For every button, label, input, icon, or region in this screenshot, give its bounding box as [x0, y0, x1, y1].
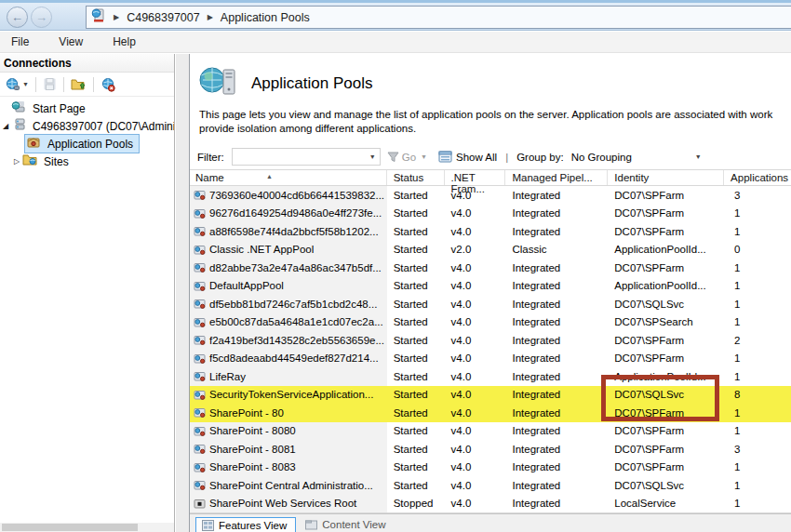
pool-name-cell: LifeRay	[190, 367, 387, 386]
table-row[interactable]: 7369360e40004cd6b66441539832...Startedv4…	[190, 186, 791, 205]
menu-view[interactable]: View	[55, 33, 87, 50]
breadcrumb-page[interactable]: Application Pools	[221, 11, 310, 24]
tab-features-view[interactable]: Features View	[195, 517, 296, 532]
filter-label: Filter:	[197, 152, 224, 163]
table-row[interactable]: DefaultAppPoolStartedv4.0IntegratedAppli…	[190, 277, 791, 296]
pool-name-cell: SharePoint - 8083	[190, 459, 387, 477]
pool-status-cell: Started	[387, 295, 445, 313]
column-header-net-framework[interactable]: .NET Fram...	[445, 170, 506, 185]
show-all-button[interactable]: Show All	[438, 151, 497, 163]
table-row[interactable]: SharePoint - 8080Startedv4.0IntegratedDC…	[190, 422, 791, 441]
page-title: Application Pools	[251, 74, 372, 93]
pool-identity-cell: DC07\SQLSvc	[608, 295, 724, 313]
app-pool-icon	[194, 479, 206, 491]
pool-name-cell: SharePoint - 8080	[190, 422, 387, 441]
pool-applications-cell: 1	[724, 205, 791, 223]
table-row[interactable]: f2a419bef3d143528c2eb5563659e...Startedv…	[190, 331, 791, 350]
pool-net-version-cell: v4.0	[445, 495, 506, 513]
pool-identity-cell: DC07\SPFarm	[608, 422, 724, 441]
pool-net-version-cell: v4.0	[445, 459, 506, 477]
tab-content-view[interactable]: Content View	[300, 517, 394, 532]
save-icon	[43, 77, 57, 91]
tree-collapsed-icon[interactable]: ▷	[11, 157, 22, 166]
menu-help[interactable]: Help	[109, 33, 140, 50]
tree-item-label: Sites	[41, 154, 72, 169]
table-row[interactable]: SharePoint - 8081Startedv4.0IntegratedDC…	[190, 440, 791, 459]
table-row[interactable]: SharePoint Central Administratio...Start…	[190, 476, 791, 495]
toolbar-separator	[35, 77, 36, 92]
column-header-name[interactable]: Name ▲	[190, 170, 387, 185]
scrollbar-thumb[interactable]	[2, 524, 138, 531]
view-tabs-bar: Features View Content View	[190, 513, 791, 532]
pool-name-cell: 96276d1649254d9486a0e4ff273fe...	[190, 205, 387, 223]
table-row[interactable]: e5b00c87da5a4648a1e1cd07ec2a...Startedv4…	[190, 313, 791, 332]
table-row[interactable]: f5cd8adeaabd44549edef827d214...Startedv4…	[190, 350, 791, 368]
pool-status-cell: Started	[387, 476, 445, 495]
pool-applications-cell: 8	[724, 386, 791, 405]
tree-item-server[interactable]: ◢ C4968397007 (DC07\Administ	[0, 117, 174, 135]
pool-net-version-cell: v4.0	[445, 259, 506, 277]
table-row[interactable]: SharePoint Web Services RootStoppedv4.0I…	[190, 495, 791, 513]
content-view-icon	[305, 519, 317, 530]
back-button[interactable]: ←	[7, 7, 28, 28]
pool-identity-cell: DC07\SPFarm	[608, 350, 724, 368]
tree-item-application-pools[interactable]: Application Pools	[0, 135, 174, 153]
pool-net-version-cell: v4.0	[445, 404, 506, 422]
pool-applications-cell: 3	[724, 440, 791, 459]
application-pools-icon	[26, 135, 41, 153]
pool-name-cell: DefaultAppPool	[190, 277, 387, 296]
pool-status-cell: Started	[387, 313, 445, 332]
pool-pipeline-cell: Integrated	[505, 186, 608, 205]
column-header-managed-pipeline[interactable]: Managed Pipel...	[505, 170, 608, 185]
column-header-identity[interactable]: Identity	[608, 170, 724, 185]
pool-applications-cell: 2	[724, 331, 791, 350]
breadcrumb-arrow-icon: ▶	[208, 13, 213, 21]
app-pool-icon	[194, 316, 206, 328]
filter-input[interactable]: ▼	[232, 148, 381, 166]
toolbar-separator	[93, 77, 94, 92]
breadcrumb-server[interactable]: C4968397007	[127, 11, 200, 24]
tree-item-sites[interactable]: ▷ Sites	[0, 153, 174, 170]
pool-pipeline-cell: Integrated	[505, 259, 608, 277]
pool-net-version-cell: v2.0	[445, 241, 506, 259]
go-button[interactable]: Go	[402, 152, 416, 163]
table-row[interactable]: SharePoint - 8083Startedv4.0IntegratedDC…	[190, 459, 791, 477]
column-header-status[interactable]: Status	[387, 170, 445, 185]
table-row[interactable]: Classic .NET AppPoolStartedv2.0ClassicAp…	[190, 241, 791, 259]
pool-pipeline-cell: Integrated	[505, 459, 608, 477]
save-connections-button[interactable]	[40, 75, 60, 93]
address-bar[interactable]: ▶ C4968397007 ▶ Application Pools	[86, 6, 791, 29]
group-by-dropdown[interactable]: No Grouping ▼	[571, 152, 702, 163]
disconnect-button[interactable]	[98, 75, 119, 94]
panel-splitter[interactable]	[176, 54, 189, 532]
menu-file[interactable]: File	[7, 33, 33, 50]
app-pool-icon	[194, 406, 206, 419]
page-description: This page lets you view and manage the l…	[199, 108, 791, 136]
tree-expanded-icon[interactable]: ◢	[0, 122, 11, 130]
pool-name-cell: SharePoint Central Administratio...	[190, 476, 387, 495]
pool-net-version-cell: v4.0	[445, 277, 506, 296]
pool-identity-cell: DC07\SPFarm	[608, 459, 724, 477]
table-row[interactable]: a88f6598e74f4da2bbcf5f58b1202...Startedv…	[190, 222, 791, 241]
pool-identity-cell: DC07\SPFarm	[608, 186, 724, 205]
forward-button[interactable]: →	[31, 7, 52, 28]
table-row[interactable]: 96276d1649254d9486a0e4ff273fe...Startedv…	[190, 205, 791, 223]
pool-pipeline-cell: Integrated	[505, 313, 608, 332]
pool-pipeline-cell: Integrated	[505, 404, 608, 422]
pool-pipeline-cell: Integrated	[505, 386, 608, 405]
table-row[interactable]: d82abbe73a2e47a4a86ac347b5df...Startedv4…	[190, 259, 791, 277]
connections-horizontal-scrollbar[interactable]	[0, 523, 174, 532]
pool-identity-cell: DC07\SPFarm	[608, 440, 724, 459]
pool-applications-cell: 0	[724, 241, 791, 259]
table-row[interactable]: df5ebb81bd7246c7af5b1cbd2c48...Startedv4…	[190, 295, 791, 313]
pool-status-cell: Started	[387, 241, 445, 259]
connect-server-button[interactable]: ▼	[3, 75, 32, 94]
tree-item-start-page[interactable]: Start Page	[0, 100, 174, 117]
pool-status-cell: Started	[387, 186, 445, 205]
connect-dropdown-caret-icon: ▼	[22, 81, 29, 87]
app-pool-icon	[194, 298, 206, 310]
up-level-button[interactable]	[68, 75, 89, 93]
pool-name-cell: e5b00c87da5a4648a1e1cd07ec2a...	[190, 313, 387, 332]
pool-status-cell: Started	[387, 386, 445, 405]
column-header-applications[interactable]: Applications	[724, 170, 791, 185]
